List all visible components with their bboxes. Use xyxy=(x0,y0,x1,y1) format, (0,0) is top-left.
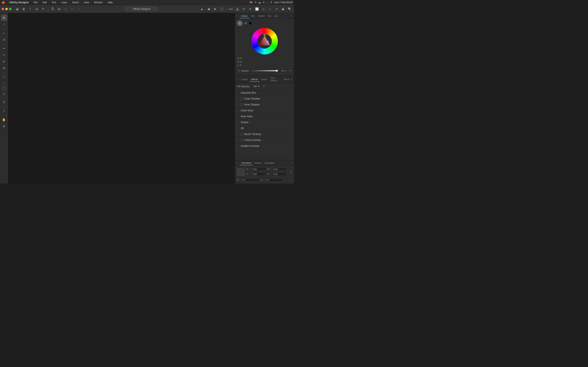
fill-tool[interactable]: ◈ xyxy=(1,65,7,71)
knife-tool[interactable]: / xyxy=(1,108,7,114)
effects-panel-pin-left[interactable]: ⊢ xyxy=(237,78,239,81)
window-menu[interactable]: Window xyxy=(93,1,104,4)
colour-panel-pin[interactable]: ≡ xyxy=(291,15,292,17)
pen-mode-button[interactable]: ✎ xyxy=(40,6,46,12)
select-menu[interactable]: Select xyxy=(71,1,80,4)
y-input[interactable]: 0 px xyxy=(251,172,266,176)
close-button[interactable] xyxy=(2,8,4,10)
x-input[interactable]: 0 px xyxy=(251,167,266,171)
styles-tab[interactable]: Styles xyxy=(259,77,269,82)
grid-toggle-button[interactable]: ⊞ xyxy=(21,6,26,12)
w-input[interactable]: 0 px xyxy=(272,167,286,171)
fill-opacity-dropdown[interactable]: ▼ xyxy=(263,85,265,87)
app-name-menu[interactable]: Affinity Designer xyxy=(8,1,30,4)
ellipse-tool[interactable]: ○ xyxy=(1,80,7,86)
help-menu[interactable]: Help xyxy=(107,1,113,4)
inner-shadow-item[interactable]: › Inner Shadow xyxy=(235,102,294,108)
document-title[interactable]: Affinity Designer xyxy=(125,7,158,11)
constraints-button[interactable]: ◎ xyxy=(34,6,40,12)
transform-tab[interactable]: Transform xyxy=(240,161,253,165)
brush-tool[interactable]: 🖌 xyxy=(1,58,7,64)
colour-overlay-checkbox[interactable] xyxy=(241,139,243,141)
colour-triangle[interactable] xyxy=(258,34,272,48)
apr-tab[interactable]: Apr xyxy=(273,14,279,18)
dropper-icon[interactable]: ✐ xyxy=(244,21,247,25)
move-tool[interactable]: ↖ xyxy=(1,15,7,21)
artboard-button[interactable]: ⊞ xyxy=(212,6,218,12)
fill-opacity-value[interactable]: 100 % xyxy=(251,84,261,89)
inner-shadow-chevron[interactable]: › xyxy=(237,103,240,106)
r-select[interactable]: 0 ° xyxy=(242,178,259,182)
outer-glow-chevron[interactable]: › xyxy=(237,109,240,111)
apple-menu[interactable]: 🍎 xyxy=(2,1,5,4)
colour-overlay-chevron[interactable]: › xyxy=(237,139,240,141)
swt-tab[interactable]: Swt xyxy=(249,14,256,18)
bevel-emboss-chevron[interactable]: › xyxy=(237,133,240,135)
fullscreen-button[interactable] xyxy=(9,8,11,10)
pen-tool[interactable]: ✒ xyxy=(1,45,7,51)
history-tab[interactable]: History xyxy=(253,161,263,165)
circle-tool-btn[interactable]: ○ xyxy=(267,6,273,12)
zoom-tool[interactable]: ⊕ xyxy=(1,123,7,129)
3d-item[interactable]: › 3D xyxy=(235,125,294,131)
search-icon[interactable]: ⌕ xyxy=(267,1,268,4)
rectangle-tool[interactable]: □ xyxy=(1,74,7,80)
pen2-button[interactable]: ✒ xyxy=(247,6,253,12)
notification-icon[interactable]: ☰ xyxy=(270,1,272,4)
gaussian-blur-chevron[interactable]: › xyxy=(237,92,240,94)
pencil-tool[interactable]: ✏ xyxy=(1,52,7,58)
navigator-tab[interactable]: Navigator xyxy=(263,161,276,165)
share-button[interactable]: ⤴ xyxy=(27,6,33,12)
bevel-emboss-item[interactable]: › Bevel / Emboss xyxy=(235,131,294,137)
effects-tab[interactable]: Effects xyxy=(250,77,259,82)
effects-panel-pin[interactable]: ≡ xyxy=(291,78,292,81)
colour-tab[interactable]: Colour xyxy=(240,14,249,18)
brs-tab[interactable]: Brs xyxy=(266,14,273,18)
pixel-button[interactable]: ⬜ xyxy=(254,6,260,12)
panel-pin-left[interactable]: ⊢ xyxy=(237,15,239,17)
align-col-button[interactable]: ⊟ xyxy=(56,6,62,12)
text-tool[interactable]: T xyxy=(1,99,7,105)
stroke-tab[interactable]: Stroke xyxy=(256,14,266,18)
node-tool[interactable]: ⊹ xyxy=(1,21,7,27)
transform-panel-pin-left[interactable]: ⊢ xyxy=(237,162,239,165)
minimize-button[interactable] xyxy=(5,8,8,10)
colour-overlay-item[interactable]: › Colour Overlay xyxy=(235,137,294,143)
triangle-tool-btn[interactable]: ▲ xyxy=(199,6,205,12)
contract-button[interactable]: ↕ xyxy=(76,6,81,12)
edit-menu[interactable]: Edit xyxy=(42,1,48,4)
expand-button[interactable]: ↔ xyxy=(69,6,75,12)
search-toolbar-btn[interactable]: 🔍 xyxy=(287,6,292,12)
gaussian-blur-item[interactable]: › Gaussian Blur xyxy=(235,90,294,96)
hand-tool[interactable]: ✋ xyxy=(1,117,7,123)
file-menu[interactable]: File xyxy=(33,1,38,4)
outer-glow-item[interactable]: › Outer Glow xyxy=(235,108,294,114)
opacity-thumb[interactable] xyxy=(276,70,278,72)
outline-chevron[interactable]: › xyxy=(237,121,240,123)
export-button[interactable]: ⬛ xyxy=(219,6,224,12)
back-button[interactable]: ◀ xyxy=(206,6,211,12)
stock-tab[interactable]: Stock xyxy=(282,77,291,82)
gradient-overlay-item[interactable]: › Gradient Overlay xyxy=(235,143,294,149)
colour-black-swatch[interactable] xyxy=(249,22,252,25)
layers-tab[interactable]: Layers xyxy=(240,77,250,82)
vector-button[interactable]: ◇ xyxy=(260,6,266,12)
transform-button[interactable]: ⬚ xyxy=(63,6,68,12)
gradient-overlay-chevron[interactable]: › xyxy=(237,145,240,147)
triangle-tool[interactable]: △ xyxy=(1,90,7,96)
colour-wheel-container[interactable] xyxy=(237,28,292,54)
grid-dots-button[interactable]: ⠿ xyxy=(50,6,55,12)
arrow-tool-btn[interactable]: ↗ xyxy=(274,6,279,12)
view-menu[interactable]: View xyxy=(83,1,90,4)
spiral-tool[interactable]: ◎ xyxy=(1,36,7,43)
outline-item[interactable]: › Outline xyxy=(235,119,294,125)
opacity-dropdown[interactable]: ▼ xyxy=(290,69,292,72)
history-button[interactable]: ↺ xyxy=(241,6,247,12)
colour-wheel[interactable] xyxy=(251,28,278,54)
outer-shadow-chevron[interactable]: › xyxy=(237,98,240,100)
rounded-tool[interactable] xyxy=(2,87,6,90)
outer-shadow-item[interactable]: › Outer Shadow xyxy=(235,96,294,102)
canvas-area[interactable] xyxy=(8,13,235,184)
outer-shadow-checkbox[interactable] xyxy=(241,98,243,100)
anchor-button[interactable]: ⚓ xyxy=(234,6,240,12)
